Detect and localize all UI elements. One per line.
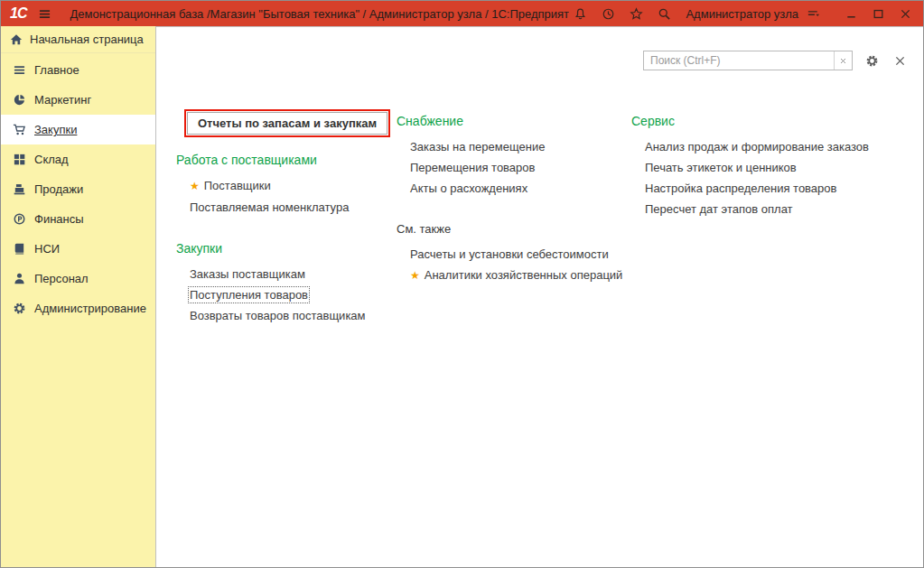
close-icon xyxy=(899,7,912,21)
main-area: Начальная страница ГлавноеМаркетингЗакуп… xyxy=(1,26,923,567)
menu-link-label: Настройка распределения товаров xyxy=(645,182,836,195)
menu-link[interactable]: ★Акты о расхождениях xyxy=(397,178,631,199)
menu-column-1: Отчеты по запасам и закупкам Работа с по… xyxy=(176,109,397,326)
menu-link[interactable]: ★Настройка распределения товаров xyxy=(631,178,923,199)
menu-section: Сервис★Анализ продаж и формирование зака… xyxy=(631,114,923,219)
menu-link[interactable]: ★Аналитики хозяйственных операций xyxy=(397,265,631,286)
favorites-star-button[interactable] xyxy=(625,3,647,24)
user-menu-icon xyxy=(807,7,820,21)
menu-link-label: Анализ продаж и формирование заказов xyxy=(645,140,869,154)
sidebar-home-button[interactable]: Начальная страница xyxy=(1,26,155,53)
panel-close-button[interactable] xyxy=(891,51,909,70)
highlight-frame: Отчеты по запасам и закупкам xyxy=(184,109,390,137)
search-input[interactable] xyxy=(644,51,834,70)
menu-link-label: Поступления товаров xyxy=(190,288,308,302)
menu-link[interactable]: ★Печать этикеток и ценников xyxy=(631,157,923,178)
menu-column-3: Сервис★Анализ продаж и формирование зака… xyxy=(631,109,923,219)
marketing-icon-wrap xyxy=(12,93,26,107)
favorite-star-icon: ★ xyxy=(190,180,200,192)
sidebar-item-label: Персонал xyxy=(34,272,89,285)
menu-link[interactable]: ★Перемещения товаров xyxy=(397,157,631,178)
sidebar-item[interactable]: Финансы xyxy=(1,204,155,234)
main-sections-icon-wrap xyxy=(12,63,26,78)
history-button[interactable] xyxy=(597,3,619,24)
sidebar-item-label: Продажи xyxy=(34,182,83,196)
search-button[interactable] xyxy=(653,3,675,24)
sidebar-item[interactable]: Маркетинг xyxy=(1,85,155,115)
sidebar-item[interactable]: Главное xyxy=(1,55,155,85)
menu-section: См. также★Расчеты и установки себестоимо… xyxy=(397,222,631,286)
sidebar-item-label: НСИ xyxy=(34,242,60,256)
sidebar-items: ГлавноеМаркетингЗакупкиСкладПродажиФинан… xyxy=(1,53,155,323)
menu-link-label: Пересчет дат этапов оплат xyxy=(645,202,793,216)
search-clear-button[interactable] xyxy=(834,51,852,70)
user-menu-button[interactable] xyxy=(802,3,824,24)
menu-sections: Снабжение★Заказы на перемещение★Перемеще… xyxy=(397,114,631,286)
marketing-icon xyxy=(13,93,26,107)
gear-icon xyxy=(865,54,879,68)
menu-link[interactable]: ★Расчеты и установки себестоимости xyxy=(397,244,631,265)
main-menu-button[interactable] xyxy=(33,3,55,24)
maximize-icon xyxy=(872,7,885,21)
menu-link-label: Аналитики хозяйственных операций xyxy=(425,268,623,282)
menu-link[interactable]: ★Анализ продаж и формирование заказов xyxy=(631,136,923,157)
finance-coin-icon xyxy=(13,212,26,226)
purchases-cart-icon xyxy=(13,123,26,136)
menu-link[interactable]: ★Поставляемая номенклатура xyxy=(176,197,397,218)
notifications-bell-button[interactable] xyxy=(569,3,591,24)
reports-stock-purchases-button[interactable]: Отчеты по запасам и закупкам xyxy=(187,112,387,135)
menu-link-label: Акты о расхождениях xyxy=(410,182,527,195)
panel-header xyxy=(156,27,923,70)
menu-sections: Сервис★Анализ продаж и формирование зака… xyxy=(631,114,923,219)
sidebar-item-label: Маркетинг xyxy=(34,93,91,107)
section-title: Работа с поставщиками xyxy=(176,153,397,167)
window-controls xyxy=(840,3,916,24)
content-area: Отчеты по запасам и закупкам Работа с по… xyxy=(155,26,923,567)
menu-link[interactable]: ★Заказы на перемещение xyxy=(397,136,631,157)
search-box xyxy=(643,51,853,70)
close-icon xyxy=(893,54,907,68)
menu-link[interactable]: ★Пересчет дат этапов оплат xyxy=(631,199,923,219)
sidebar-item[interactable]: Закупки xyxy=(1,115,155,144)
warehouse-icon xyxy=(13,153,26,166)
menu-section: Закупки★Заказы поставщикам★Поступления т… xyxy=(176,241,397,326)
sidebar-item-label: Администрирование xyxy=(34,302,146,315)
menu-link-label: Поставщики xyxy=(204,179,271,192)
window-title: Демонстрационная база /Магазин "Бытовая … xyxy=(70,7,569,21)
sidebar-item[interactable]: Продажи xyxy=(1,174,155,204)
warehouse-icon-wrap xyxy=(12,153,26,167)
menu-link[interactable]: ★Поступления товаров xyxy=(176,284,397,305)
favorites-star-icon xyxy=(630,7,643,21)
home-label: Начальная страница xyxy=(30,33,144,46)
sidebar-item[interactable]: Склад xyxy=(1,144,155,174)
sidebar-item[interactable]: НСИ xyxy=(1,234,155,264)
sidebar: Начальная страница ГлавноеМаркетингЗакуп… xyxy=(1,26,155,567)
administration-gear-icon xyxy=(13,302,26,315)
hamburger-icon xyxy=(38,7,51,21)
menu-link[interactable]: ★Возвраты товаров поставщикам xyxy=(176,305,397,326)
nsi-book-icon-wrap xyxy=(12,242,26,256)
sidebar-item[interactable]: Персонал xyxy=(1,264,155,293)
panel-settings-button[interactable] xyxy=(863,51,881,70)
sidebar-item[interactable]: Администрирование xyxy=(1,293,155,323)
current-user-label: Администратор узла xyxy=(686,7,798,21)
application-window: 1С Демонстрационная база /Магазин "Бытов… xyxy=(0,0,924,568)
main-sections-icon xyxy=(13,63,26,77)
personnel-icon xyxy=(13,272,26,285)
section-title: Закупки xyxy=(176,241,397,256)
minimize-button[interactable] xyxy=(840,3,862,24)
menu-link-label: Заказы поставщикам xyxy=(190,267,305,281)
menu-link[interactable]: ★Заказы поставщикам xyxy=(176,264,397,284)
menu-link-label: Расчеты и установки себестоимости xyxy=(410,247,609,261)
sidebar-item-label: Финансы xyxy=(34,212,84,226)
section-title: См. также xyxy=(397,222,631,236)
sales-icon xyxy=(13,182,26,196)
titlebar-icon-group xyxy=(569,3,675,24)
home-icon xyxy=(10,33,23,46)
menu-link[interactable]: ★Поставщики xyxy=(176,175,397,197)
notifications-bell-icon xyxy=(574,7,587,21)
sidebar-item-label: Склад xyxy=(34,153,69,166)
close-button[interactable] xyxy=(894,3,916,24)
menu-column-2: Снабжение★Заказы на перемещение★Перемеще… xyxy=(397,109,631,286)
maximize-button[interactable] xyxy=(867,3,889,24)
